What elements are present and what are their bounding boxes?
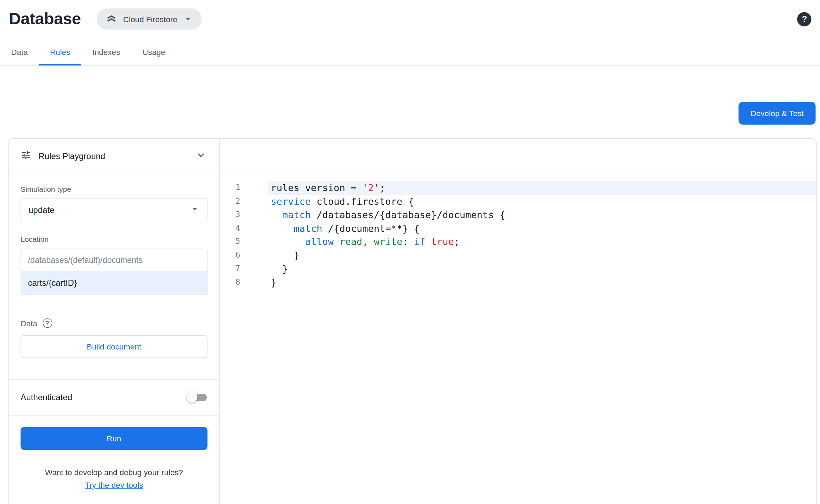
simulation-type-label: Simulation type: [21, 185, 208, 193]
tab-usage[interactable]: Usage: [131, 38, 176, 65]
rules-editor: 1rules_version = '2';2service cloud.fire…: [220, 139, 816, 504]
code-line[interactable]: match /databases/{database}/documents {: [268, 208, 816, 221]
line-number: 3: [220, 208, 268, 221]
simulation-type-value: update: [29, 205, 190, 215]
cloud-firestore-icon: [106, 13, 117, 25]
dev-tools-prompt: Want to develop and debug your rules?: [21, 468, 208, 477]
editor-body[interactable]: 1rules_version = '2';2service cloud.fire…: [220, 174, 816, 504]
run-button[interactable]: Run: [21, 427, 208, 450]
help-button[interactable]: ?: [797, 12, 812, 26]
dropdown-arrow-icon: [190, 204, 200, 216]
chevron-down-icon: [183, 14, 193, 24]
location-field: /databases/(default)/documents carts/{ca…: [21, 249, 208, 295]
firestore-rules-page: Database Cloud Firestore ? Data Rules In…: [0, 0, 820, 504]
code-row: 5 allow read, write: if true;: [220, 235, 816, 248]
line-number: 4: [220, 221, 268, 235]
rules-playground-header[interactable]: Rules Playground: [9, 139, 219, 175]
database-selector-label: Cloud Firestore: [123, 14, 177, 24]
page-header: Database Cloud Firestore ?: [0, 0, 820, 38]
location-input[interactable]: carts/{cartID}: [21, 271, 207, 295]
collapse-chevron-icon[interactable]: [195, 149, 208, 164]
page-title: Database: [9, 10, 81, 29]
toggle-thumb: [187, 391, 198, 403]
tab-bar: Data Rules Indexes Usage: [0, 38, 820, 66]
develop-test-button[interactable]: Develop & Test: [738, 102, 816, 125]
code-line[interactable]: service cloud.firestore {: [268, 195, 816, 208]
tune-icon: [21, 150, 31, 163]
data-label: Data: [21, 319, 38, 328]
simulation-section: Simulation type update Location /databas…: [9, 174, 219, 379]
line-number: 2: [220, 195, 268, 208]
authenticated-row: Authenticated: [9, 380, 219, 415]
code-row: 2service cloud.firestore {: [220, 195, 816, 208]
line-number: 5: [220, 235, 268, 248]
authenticated-label: Authenticated: [21, 392, 72, 402]
code-row: 6 }: [220, 248, 816, 262]
build-document-button[interactable]: Build document: [21, 335, 208, 358]
code-line[interactable]: }: [268, 275, 816, 289]
editor-toolbar: [220, 139, 816, 175]
dev-tools-link[interactable]: Try the dev tools: [21, 480, 208, 490]
line-number: 8: [220, 275, 268, 289]
line-number: 7: [220, 262, 268, 275]
data-row: Data ?: [21, 319, 208, 328]
data-help-glyph: ?: [45, 320, 49, 326]
line-number: 1: [220, 181, 268, 195]
code-row: 7 }: [220, 262, 816, 275]
code-line[interactable]: rules_version = '2';: [268, 181, 816, 195]
tab-indexes[interactable]: Indexes: [81, 38, 131, 65]
code-row: 4 match /{document=**} {: [220, 221, 816, 235]
code-row: 1rules_version = '2';: [220, 181, 816, 195]
location-label: Location: [21, 235, 208, 244]
database-selector[interactable]: Cloud Firestore: [97, 8, 202, 30]
code-line[interactable]: allow read, write: if true;: [268, 235, 816, 248]
tab-rules[interactable]: Rules: [39, 38, 82, 65]
line-number: 6: [220, 248, 268, 262]
code-line[interactable]: }: [268, 262, 816, 275]
tab-data[interactable]: Data: [0, 38, 39, 65]
code-row: 3 match /databases/{database}/documents …: [220, 208, 816, 221]
rules-card: Rules Playground Simulation type update: [8, 138, 817, 504]
location-base-path: /databases/(default)/documents: [21, 249, 207, 271]
rules-playground-title: Rules Playground: [39, 152, 105, 161]
run-section: Run Want to develop and debug your rules…: [9, 416, 219, 501]
code-row: 8}: [220, 275, 816, 289]
help-icon: ?: [802, 14, 807, 24]
code-line[interactable]: }: [268, 248, 816, 262]
code-line[interactable]: match /{document=**} {: [268, 221, 816, 235]
rules-playground-panel: Rules Playground Simulation type update: [9, 139, 220, 504]
content-area: Develop & Test Rules Playground Simulati…: [0, 67, 820, 504]
data-help-icon[interactable]: ?: [43, 319, 52, 328]
authenticated-toggle[interactable]: [187, 391, 208, 403]
simulation-type-select[interactable]: update: [21, 199, 208, 221]
